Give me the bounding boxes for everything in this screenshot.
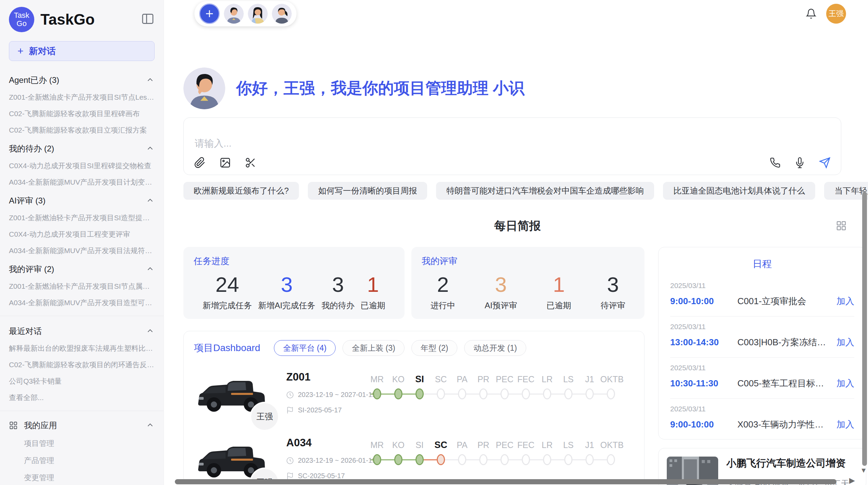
dashboard-tab[interactable]: 全新平台 (4) (274, 340, 336, 356)
milestone-dot-row (473, 452, 494, 468)
recent-conversation-item[interactable]: 公司Q3轻卡销量 (0, 373, 164, 389)
milestone: PA (451, 438, 473, 468)
sidebar-app-item[interactable]: 产品管理 (0, 452, 164, 469)
dashboard-tab[interactable]: 动总开发 (1) (464, 340, 526, 356)
scissors-icon[interactable] (245, 157, 256, 169)
sidebar-section-header[interactable]: 我的待办 (2) (0, 138, 164, 158)
milestone-dot-row (451, 452, 473, 468)
my-apps-label: 我的应用 (24, 420, 140, 431)
milestone-dot-row (409, 452, 430, 468)
suggestion-chip[interactable]: 特朗普可能对进口汽车增税会对中国车企造成哪些影响 (436, 182, 654, 200)
recent-conversation-item[interactable]: 解释最新出台的欧盟报废车法规再生塑料比例被调至15%... (0, 340, 164, 357)
notifications-bell-icon[interactable] (806, 8, 817, 19)
join-meeting-link[interactable]: 加入 (831, 377, 854, 389)
attachment-icon[interactable] (194, 157, 206, 169)
sidebar-section-header[interactable]: 最近对话 (0, 321, 164, 340)
sidebar-task-item[interactable]: C02-飞腾新能源轻客改款项目立项汇报方案 (0, 122, 164, 138)
layout-grid-icon[interactable] (835, 220, 847, 233)
suggestion-chip[interactable]: 欧洲新规最近颁布了什么? (183, 182, 299, 200)
milestone-dot (564, 454, 572, 465)
project-info: Z0012023-12-19 ~ 2027-01-19SI-2025-05-17 (275, 370, 366, 414)
stat-value: 3 (281, 270, 292, 299)
join-meeting-link[interactable]: 加入 (831, 295, 854, 307)
sidebar-app-item[interactable]: 变更管理 (0, 469, 164, 485)
image-upload-icon[interactable] (219, 157, 231, 169)
vertical-scrollbar[interactable] (862, 192, 867, 466)
scroll-down-arrow-icon[interactable]: ▼ (860, 467, 867, 474)
scroll-right-arrow-icon[interactable]: ▶ (849, 476, 855, 485)
stat-value: 24 (216, 270, 239, 299)
milestone: FEC (515, 438, 537, 468)
chevron-up-icon[interactable] (146, 196, 155, 205)
assistant-avatar (183, 67, 225, 109)
user-avatar[interactable]: 王强 (826, 4, 846, 24)
chevron-up-icon[interactable] (146, 265, 155, 274)
suggestion-chip[interactable]: 如何写一份清晰的项目周报 (308, 182, 427, 200)
sidebar-section-header[interactable]: Agent已办 (3) (0, 70, 164, 89)
sidebar-task-item[interactable]: A034-全新新能源MUV产品开发项目造型可行性评审 (0, 295, 164, 311)
stat-label: 新增完成任务 (203, 300, 252, 311)
horizontal-scrollbar[interactable] (175, 479, 836, 484)
sidebar-task-item[interactable]: C0X4-动力总成开发项目工程变更评审 (0, 226, 164, 242)
milestone-label: MR (366, 438, 388, 452)
sidebar-task-item[interactable]: C0X4-动力总成开发项目SI里程碑提交物检查 (0, 158, 164, 174)
agent-avatar-3[interactable] (272, 4, 292, 24)
join-meeting-link[interactable]: 加入 (831, 336, 854, 348)
recent-conversation-item[interactable]: C02-飞腾新能源轻客改款项目的闭环通告反馈情况 (0, 357, 164, 373)
sidebar-section-header[interactable]: 我的评审 (2) (0, 259, 164, 278)
milestone-label: LR (537, 372, 558, 386)
schedule-name: X003-车辆动力学性能验... (728, 419, 831, 431)
app-screen: Task Go TaskGo + 新对话 Agent已办 (3)Z001-全新燃… (0, 0, 868, 485)
milestone-dot (394, 454, 402, 465)
dashboard-tab[interactable]: 年型 (2) (411, 340, 458, 356)
milestone-dot-row (515, 386, 537, 402)
milestone-dot-row (579, 452, 600, 468)
milestone-dot (415, 454, 424, 465)
project-dates: 2023-12-19 ~ 2027-01-19 (286, 391, 366, 399)
sidebar-task-item[interactable]: Z001-全新燃油皮卡产品开发项目SI节点Lesson Learn报告 (0, 89, 164, 105)
milestone: KO (388, 438, 409, 468)
chevron-up-icon[interactable] (146, 76, 155, 85)
dashboard-tab[interactable]: 全新上装 (3) (342, 340, 405, 356)
briefing-header: 每日简报 (183, 218, 852, 235)
view-all-conversations-link[interactable]: 查看全部... (0, 389, 164, 406)
schedule-time: 9:00-10:00 (670, 419, 728, 430)
sidebar-task-item[interactable]: A034-全新新能源MUV产品开发项目计划变更表编写 (0, 174, 164, 190)
send-icon[interactable] (819, 157, 831, 169)
sidebar-app-item[interactable]: 项目管理 (0, 435, 164, 452)
add-agent-button[interactable] (199, 3, 220, 24)
new-chat-button[interactable]: + 新对话 (9, 41, 155, 61)
join-meeting-link[interactable]: 加入 (831, 419, 854, 431)
section-title: 最近对话 (9, 326, 42, 337)
stat-value: 3 (607, 270, 619, 299)
milestone-dot-row (537, 452, 558, 468)
agent-avatar-2[interactable] (248, 4, 268, 24)
project-row[interactable]: 王强A0342023-12-19 ~ 2026-01-19SC-2025-05-… (194, 436, 634, 484)
sidebar-task-item[interactable]: Z001-全新燃油轻卡产品开发项目SI造型提交物评审 (0, 210, 164, 226)
collapse-sidebar-icon[interactable] (141, 12, 155, 27)
stat-label: 待评审 (601, 300, 625, 311)
new-chat-label: 新对话 (29, 45, 56, 57)
greeting-block: 你好，王强，我是你的项目管理助理 小识 (183, 67, 852, 109)
suggestion-chip[interactable]: 比亚迪全固态电池计划具体说了什么 (663, 182, 815, 200)
stat: 1已逾期 (361, 270, 385, 311)
sidebar-task-item[interactable]: Z001-全新燃油轻卡产品开发项目SI节点属性5D文件评审 (0, 278, 164, 295)
sidebar-section-header[interactable]: AI评审 (3) (0, 190, 164, 210)
chat-input[interactable] (194, 125, 831, 157)
sidebar-sections: Agent已办 (3)Z001-全新燃油皮卡产品开发项目SI节点Lesson L… (0, 70, 164, 485)
sidebar-task-item[interactable]: A034-全新新能源MUV产品开发项目法规符合性评审 (0, 242, 164, 259)
voice-call-icon[interactable] (770, 157, 781, 168)
suggestion-chip[interactable]: 当下年轻人对汽车外观有怎样的喜好趋势 (824, 182, 868, 200)
chevron-up-icon[interactable] (146, 421, 155, 430)
sidebar-item-my-apps[interactable]: 我的应用 (0, 416, 164, 435)
milestone-dot (479, 388, 487, 399)
chevron-up-icon[interactable] (146, 144, 155, 153)
sidebar-task-item[interactable]: C02-飞腾新能源轻客改款项目里程碑画布 (0, 105, 164, 122)
clock-icon (286, 391, 294, 399)
agent-avatar-pill (194, 1, 297, 26)
schedule-row: 9:00-10:00C001-立项审批会加入 (670, 295, 854, 307)
chevron-up-icon[interactable] (146, 327, 155, 336)
microphone-icon[interactable] (794, 157, 805, 168)
agent-avatar-1[interactable] (224, 4, 244, 24)
project-row[interactable]: 王强Z0012023-12-19 ~ 2027-01-19SI-2025-05-… (194, 370, 634, 422)
